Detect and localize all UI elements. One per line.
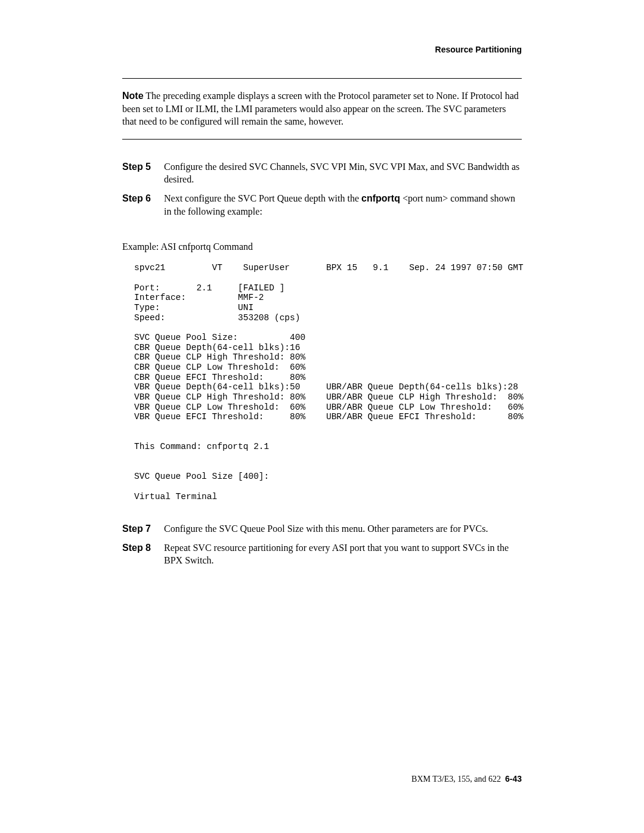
divider-top	[122, 78, 522, 79]
note-block: Note The preceding example displays a sc…	[122, 89, 522, 128]
step-5: Step 5 Configure the desired SVC Channel…	[122, 160, 522, 186]
step-label: Step 7	[122, 522, 164, 535]
step-label: Step 8	[122, 541, 164, 567]
footer-page: 6-43	[505, 774, 522, 784]
step-text: Configure the desired SVC Channels, SVC …	[164, 160, 522, 186]
note-text: The preceding example displays a screen …	[122, 91, 519, 126]
step-text: Configure the SVC Queue Pool Size with t…	[164, 522, 522, 535]
footer-book: BXM T3/E3, 155, and 622	[411, 775, 501, 784]
step-text: Repeat SVC resource partitioning for eve…	[164, 541, 522, 567]
page-content: Resource Partitioning Note The preceding…	[122, 45, 522, 573]
example-title: Example: ASI cnfportq Command	[122, 241, 522, 252]
divider-bottom	[122, 139, 522, 140]
step-label: Step 5	[122, 160, 164, 186]
step-6: Step 6 Next configure the SVC Port Queue…	[122, 192, 522, 218]
step-6-before: Next configure the SVC Port Queue depth …	[164, 193, 361, 203]
cnfportq-command: cnfportq	[361, 193, 400, 203]
step-8: Step 8 Repeat SVC resource partitioning …	[122, 541, 522, 567]
section-header: Resource Partitioning	[122, 45, 522, 54]
step-7: Step 7 Configure the SVC Queue Pool Size…	[122, 522, 522, 535]
step-text: Next configure the SVC Port Queue depth …	[164, 192, 522, 218]
note-label: Note	[122, 91, 144, 101]
page-footer: BXM T3/E3, 155, and 622 6-43	[122, 774, 522, 784]
terminal-output: spvc21 VT SuperUser BPX 15 9.1 Sep. 24 1…	[134, 263, 522, 501]
step-label: Step 6	[122, 192, 164, 218]
steps-group-a: Step 5 Configure the desired SVC Channel…	[122, 160, 522, 218]
steps-group-b: Step 7 Configure the SVC Queue Pool Size…	[122, 522, 522, 567]
